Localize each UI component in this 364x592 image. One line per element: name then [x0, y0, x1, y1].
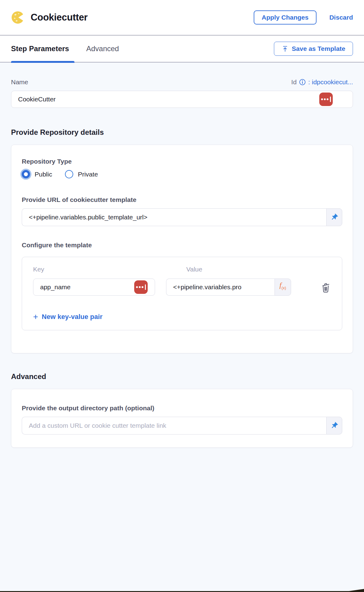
step-tabs: Step Parameters Advanced Save as Templat…: [0, 36, 364, 63]
upload-icon: [282, 45, 289, 52]
fixed-value-type-icon[interactable]: [134, 280, 148, 294]
name-field-wrapper: [11, 91, 353, 108]
cookiecutter-logo: [11, 10, 25, 25]
radio-public[interactable]: Public: [22, 170, 52, 178]
key-value-row: f(x): [33, 279, 331, 296]
save-as-template-label: Save as Template: [292, 45, 345, 52]
repository-details-card: Repository Type Public Private Provide U…: [11, 145, 353, 353]
key-column-header: Key: [33, 266, 155, 273]
fx-expression-icon: f(x): [279, 281, 286, 290]
radio-public-control[interactable]: [22, 170, 30, 178]
tab-advanced[interactable]: Advanced: [86, 35, 119, 62]
output-directory-pin-addon[interactable]: [326, 417, 342, 435]
output-directory-group: [22, 417, 342, 435]
expression-type-addon[interactable]: f(x): [275, 279, 291, 296]
output-directory-input[interactable]: [22, 417, 326, 435]
bottom-edge-artifact: [0, 589, 364, 592]
radio-private[interactable]: Private: [65, 170, 98, 178]
trash-icon: [320, 280, 332, 293]
output-directory-label: Provide the output directory path (optio…: [22, 404, 342, 412]
repository-type-radio-group: Public Private: [22, 170, 342, 178]
name-label: Name: [11, 78, 28, 86]
advanced-heading: Advanced: [11, 372, 353, 381]
plus-icon: +: [33, 313, 38, 320]
info-icon[interactable]: [299, 79, 306, 85]
add-key-value-label: New key-value pair: [42, 313, 102, 321]
key-value-editor: Key Value f(x): [22, 257, 342, 330]
radio-public-label: Public: [35, 171, 52, 178]
tab-step-parameters[interactable]: Step Parameters: [11, 35, 74, 62]
radio-private-label: Private: [78, 171, 98, 178]
key-field-wrapper: [33, 279, 155, 296]
template-url-group: [22, 208, 342, 226]
step-parameters-panel: Name Id : idpcookiecut... Provide Reposi…: [0, 63, 364, 448]
value-column-header: Value: [186, 266, 202, 273]
page-title: Cookiecutter: [31, 12, 88, 23]
step-id-value[interactable]: : idpcookiecut...: [308, 78, 353, 86]
advanced-card: Provide the output directory path (optio…: [11, 389, 353, 448]
save-as-template-button[interactable]: Save as Template: [274, 42, 353, 56]
pin-icon: [329, 420, 340, 431]
name-input[interactable]: [11, 91, 353, 108]
discard-button[interactable]: Discard: [329, 14, 353, 21]
value-field-wrapper: f(x): [166, 279, 291, 296]
value-input[interactable]: [166, 279, 275, 296]
tab-step-parameters-label: Step Parameters: [11, 44, 69, 53]
repository-type-label: Repository Type: [22, 158, 342, 165]
id-label: Id: [291, 78, 297, 86]
template-url-label: Provide URL of cookiecutter template: [22, 196, 342, 203]
tab-advanced-label: Advanced: [86, 44, 119, 53]
pin-icon: [329, 212, 340, 223]
step-config-header: Cookiecutter Apply Changes Discard: [0, 0, 364, 36]
repository-details-heading: Provide Repository details: [11, 128, 353, 137]
delete-row-button[interactable]: [320, 280, 332, 294]
radio-private-control[interactable]: [65, 170, 73, 178]
add-key-value-button[interactable]: + New key-value pair: [33, 313, 102, 321]
fixed-value-type-icon[interactable]: [319, 93, 333, 106]
template-url-input[interactable]: [22, 208, 326, 226]
template-url-pin-addon[interactable]: [326, 208, 342, 226]
configure-template-label: Configure the template: [22, 241, 342, 249]
apply-changes-button[interactable]: Apply Changes: [254, 10, 317, 25]
